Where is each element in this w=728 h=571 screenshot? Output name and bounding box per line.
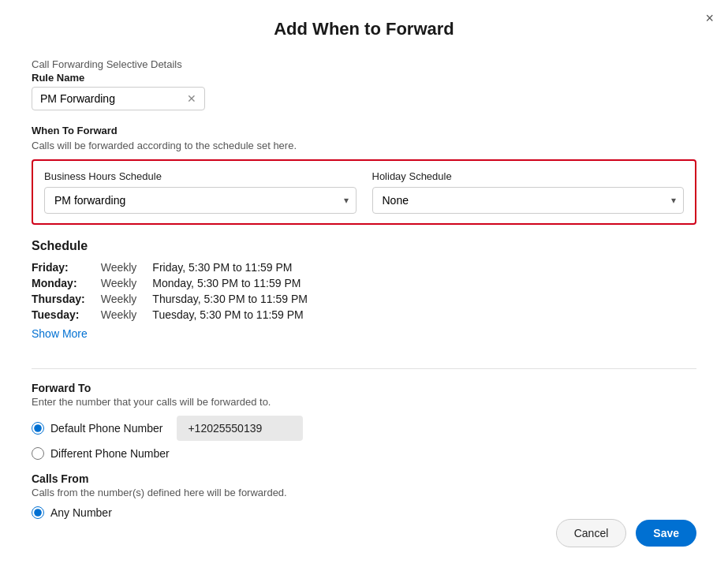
default-phone-label: Default Phone Number xyxy=(50,422,162,435)
section-label: Call Forwarding Selective Details xyxy=(32,58,696,70)
dialog-title: Add When to Forward xyxy=(32,19,696,39)
cancel-button[interactable]: Cancel xyxy=(556,519,627,547)
schedule-type: Weekly xyxy=(101,275,153,291)
holiday-schedule-group: Holiday Schedule None Holiday 1 ▾ xyxy=(372,170,685,214)
business-hours-select[interactable]: PM forwarding None xyxy=(44,187,357,214)
calls-from-title: Calls From xyxy=(32,472,696,485)
business-hours-dropdown-wrap: PM forwarding None ▾ xyxy=(44,187,357,214)
clear-icon[interactable]: ✕ xyxy=(187,92,196,105)
schedule-table: Friday: Weekly Friday, 5:30 PM to 11:59 … xyxy=(32,259,323,323)
forward-to-description: Enter the number that your calls will be… xyxy=(32,396,696,408)
schedule-type: Weekly xyxy=(101,307,153,323)
calls-from-section: Calls From Calls from the number(s) defi… xyxy=(32,472,696,519)
when-to-forward-title: When To Forward xyxy=(32,125,696,136)
schedule-day: Friday: xyxy=(32,259,101,275)
business-hours-label: Business Hours Schedule xyxy=(44,170,357,182)
any-number-row: Any Number xyxy=(32,506,696,519)
schedule-title: Schedule xyxy=(32,239,696,253)
footer-buttons: Cancel Save xyxy=(556,519,696,547)
schedule-detail: Friday, 5:30 PM to 11:59 PM xyxy=(152,259,323,275)
rule-name-input-wrap: ✕ xyxy=(32,87,205,110)
rule-name-label: Rule Name xyxy=(32,72,696,84)
forward-to-title: Forward To xyxy=(32,382,696,394)
any-number-label: Any Number xyxy=(50,506,112,519)
close-button[interactable]: × xyxy=(705,11,714,25)
add-when-to-forward-dialog: × Add When to Forward Call Forwarding Se… xyxy=(0,0,728,571)
schedule-type: Weekly xyxy=(101,259,153,275)
holiday-schedule-dropdown-wrap: None Holiday 1 ▾ xyxy=(372,187,685,214)
schedule-type: Weekly xyxy=(101,291,153,307)
schedule-detail: Thursday, 5:30 PM to 11:59 PM xyxy=(152,291,323,307)
show-more-button[interactable]: Show More xyxy=(32,327,88,340)
default-phone-row: Default Phone Number +12025550139 xyxy=(32,416,696,441)
schedule-detail: Tuesday, 5:30 PM to 11:59 PM xyxy=(152,307,323,323)
different-phone-label: Different Phone Number xyxy=(50,447,170,460)
schedule-detail: Monday, 5:30 PM to 11:59 PM xyxy=(152,275,323,291)
business-hours-group: Business Hours Schedule PM forwarding No… xyxy=(44,170,357,214)
table-row: Monday: Weekly Monday, 5:30 PM to 11:59 … xyxy=(32,275,323,291)
schedule-section: Schedule Friday: Weekly Friday, 5:30 PM … xyxy=(32,239,696,357)
rule-name-input[interactable] xyxy=(40,92,182,105)
table-row: Friday: Weekly Friday, 5:30 PM to 11:59 … xyxy=(32,259,323,275)
call-forwarding-details-section: Call Forwarding Selective Details Rule N… xyxy=(32,58,696,110)
holiday-schedule-select[interactable]: None Holiday 1 xyxy=(372,187,685,214)
schedule-day: Tuesday: xyxy=(32,307,101,323)
save-button[interactable]: Save xyxy=(636,520,696,547)
phone-number-display: +12025550139 xyxy=(177,416,303,441)
dropdowns-row: Business Hours Schedule PM forwarding No… xyxy=(44,170,684,214)
default-phone-radio[interactable] xyxy=(32,422,44,435)
schedule-day: Monday: xyxy=(32,275,101,291)
schedule-dropdowns-box: Business Hours Schedule PM forwarding No… xyxy=(32,159,696,225)
when-to-forward-section: When To Forward Calls will be forwarded … xyxy=(32,125,696,225)
calls-from-description: Calls from the number(s) defined here wi… xyxy=(32,487,696,498)
table-row: Thursday: Weekly Thursday, 5:30 PM to 11… xyxy=(32,291,323,307)
holiday-schedule-label: Holiday Schedule xyxy=(372,170,685,182)
table-row: Tuesday: Weekly Tuesday, 5:30 PM to 11:5… xyxy=(32,307,323,323)
schedule-day: Thursday: xyxy=(32,291,101,307)
different-phone-row: Different Phone Number xyxy=(32,447,696,460)
when-to-forward-description: Calls will be forwarded according to the… xyxy=(32,140,696,151)
different-phone-radio[interactable] xyxy=(32,447,44,460)
divider xyxy=(32,368,696,369)
forward-to-section: Forward To Enter the number that your ca… xyxy=(32,382,696,460)
any-number-radio[interactable] xyxy=(32,506,44,519)
